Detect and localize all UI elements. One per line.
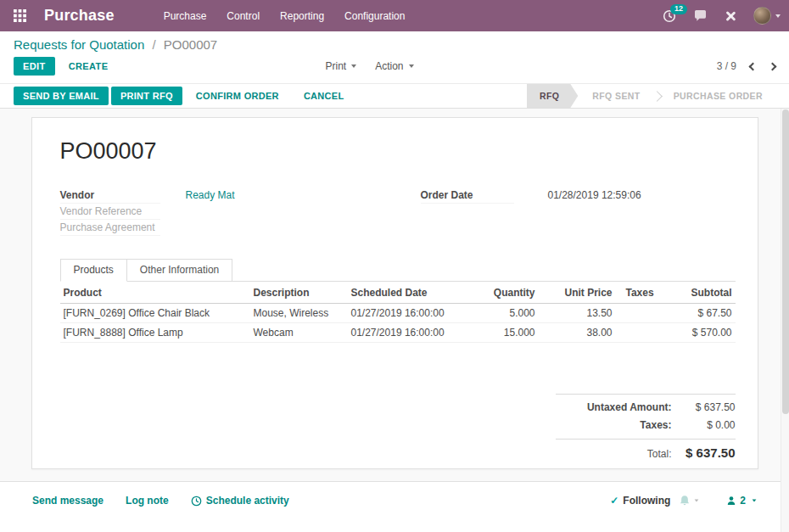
activities-clock-icon[interactable]: 12 bbox=[663, 9, 676, 23]
total-value: $ 637.50 bbox=[672, 445, 736, 460]
totals-block: Untaxed Amount: $ 637.50 Taxes: $ 0.00 T… bbox=[556, 394, 736, 460]
schedule-activity-button[interactable]: Schedule activity bbox=[191, 495, 289, 507]
messages-bubble-icon[interactable] bbox=[693, 9, 708, 23]
edit-button[interactable]: EDIT bbox=[14, 57, 55, 76]
cell-unit-price: 38.00 bbox=[539, 323, 616, 343]
followers-caret-icon bbox=[753, 499, 757, 501]
cancel-button[interactable]: CANCEL bbox=[293, 87, 355, 105]
print-caret-icon bbox=[351, 64, 356, 68]
activity-count-badge: 12 bbox=[670, 4, 687, 15]
cell-description: Webcam bbox=[250, 323, 348, 343]
untaxed-amount-row: Untaxed Amount: $ 637.50 bbox=[556, 401, 736, 413]
vendor-value-link[interactable]: Ready Mat bbox=[160, 188, 235, 203]
status-purchase-order[interactable]: PURCHASE ORDER bbox=[659, 84, 777, 108]
cell-scheduled-date: 01/27/2019 16:00:00 bbox=[348, 323, 468, 343]
taxes-row: Taxes: $ 0.00 bbox=[556, 419, 736, 431]
action-dropdown-label: Action bbox=[375, 60, 403, 72]
notebook-tabs: Products Other Information bbox=[60, 259, 736, 282]
statusbar: SEND BY EMAIL PRINT RFQ CONFIRM ORDER CA… bbox=[0, 84, 789, 109]
schedule-clock-icon bbox=[191, 496, 202, 507]
form-view: PO00007 Vendor Ready Mat Vendor Referenc… bbox=[0, 109, 789, 481]
app-brand[interactable]: Purchase bbox=[44, 7, 115, 25]
menu-control[interactable]: Control bbox=[216, 0, 270, 31]
pager-next-icon[interactable] bbox=[769, 62, 777, 70]
breadcrumb: Requests for Quotation / PO00007 bbox=[14, 37, 775, 52]
field-order-date: Order Date 01/28/2019 12:59:06 bbox=[398, 188, 736, 204]
pager-previous-icon[interactable] bbox=[749, 62, 758, 70]
pager: 3 / 9 bbox=[717, 60, 775, 72]
menu-reporting[interactable]: Reporting bbox=[270, 0, 334, 31]
following-toggle[interactable]: ✓ Following bbox=[610, 495, 670, 507]
purchase-agreement-label: Purchase Agreement bbox=[60, 220, 160, 236]
subscription-bell-dropdown[interactable] bbox=[679, 495, 699, 507]
breadcrumb-separator: / bbox=[152, 37, 155, 52]
cell-subtotal: $ 67.50 bbox=[675, 304, 736, 323]
cell-product: [FURN_0269] Office Chair Black bbox=[60, 304, 250, 323]
total-label: Total: bbox=[647, 448, 672, 460]
follower-count: 2 bbox=[740, 495, 746, 507]
status-pipeline: RFQ RFQ SENT PURCHASE ORDER bbox=[527, 84, 789, 108]
field-vendor-reference: Vendor Reference bbox=[60, 204, 398, 220]
cell-unit-price: 13.50 bbox=[539, 304, 616, 323]
cell-taxes bbox=[616, 304, 675, 323]
bell-caret-icon bbox=[695, 499, 699, 501]
user-menu[interactable] bbox=[753, 7, 781, 25]
pager-value: 3 / 9 bbox=[717, 60, 736, 72]
table-row[interactable]: [FURN_0269] Office Chair Black Mouse, Wi… bbox=[60, 304, 736, 323]
menu-purchase[interactable]: Purchase bbox=[154, 0, 217, 31]
cell-taxes bbox=[616, 323, 675, 343]
tab-other-information[interactable]: Other Information bbox=[127, 259, 232, 282]
breadcrumb-parent-link[interactable]: Requests for Quotation bbox=[14, 37, 144, 52]
header-subtotal: Subtotal bbox=[675, 282, 736, 304]
bell-icon bbox=[679, 495, 691, 507]
vendor-label: Vendor bbox=[60, 188, 160, 204]
cell-description: Mouse, Wireless bbox=[250, 304, 348, 323]
cell-quantity: 5.000 bbox=[468, 304, 539, 323]
top-navbar: Purchase Purchase Control Reporting Conf… bbox=[0, 0, 789, 31]
header-unit-price: Unit Price bbox=[539, 282, 616, 304]
tools-cross-icon[interactable] bbox=[725, 10, 736, 22]
purchase-agreement-value bbox=[160, 220, 186, 223]
schedule-activity-label: Schedule activity bbox=[206, 495, 289, 507]
send-message-button[interactable]: Send message bbox=[32, 495, 104, 507]
vendor-reference-label: Vendor Reference bbox=[60, 204, 160, 220]
send-by-email-button[interactable]: SEND BY EMAIL bbox=[14, 87, 109, 105]
untaxed-amount-label: Untaxed Amount: bbox=[587, 401, 672, 413]
vertical-scrollbar[interactable] bbox=[781, 109, 789, 532]
record-title: PO00007 bbox=[60, 137, 736, 165]
cell-scheduled-date: 01/27/2019 16:00:00 bbox=[348, 304, 468, 323]
cell-subtotal: $ 570.00 bbox=[675, 323, 736, 343]
print-dropdown-label: Print bbox=[325, 60, 346, 72]
cell-product: [FURN_8888] Office Lamp bbox=[60, 323, 250, 343]
status-rfq[interactable]: RFQ bbox=[527, 84, 578, 108]
untaxed-amount-value: $ 637.50 bbox=[672, 401, 736, 413]
create-button[interactable]: CREATE bbox=[69, 61, 109, 71]
table-row[interactable]: [FURN_8888] Office Lamp Webcam 01/27/201… bbox=[60, 323, 736, 343]
taxes-label: Taxes: bbox=[640, 419, 671, 431]
main-menu: Purchase Control Reporting Configuration bbox=[154, 0, 416, 31]
print-rfq-button[interactable]: PRINT RFQ bbox=[111, 87, 182, 105]
apps-grid-icon[interactable] bbox=[7, 3, 32, 29]
header-taxes: Taxes bbox=[616, 282, 675, 304]
field-vendor: Vendor Ready Mat bbox=[60, 188, 398, 204]
field-purchase-agreement: Purchase Agreement bbox=[60, 220, 398, 236]
order-date-label: Order Date bbox=[421, 188, 514, 204]
table-header-row: Product Description Scheduled Date Quant… bbox=[60, 282, 736, 304]
followers-dropdown[interactable]: 2 bbox=[726, 495, 757, 507]
confirm-order-button[interactable]: CONFIRM ORDER bbox=[185, 87, 290, 105]
form-sheet: PO00007 Vendor Ready Mat Vendor Referenc… bbox=[31, 117, 758, 469]
scrollbar-thumb[interactable] bbox=[782, 109, 789, 414]
control-panel: Requests for Quotation / PO00007 EDIT CR… bbox=[0, 31, 789, 84]
vendor-reference-value bbox=[160, 204, 186, 207]
log-note-button[interactable]: Log note bbox=[126, 495, 169, 507]
tab-products[interactable]: Products bbox=[60, 259, 127, 282]
user-menu-caret-icon bbox=[775, 14, 781, 18]
order-lines-table: Product Description Scheduled Date Quant… bbox=[60, 282, 736, 343]
print-dropdown[interactable]: Print bbox=[325, 60, 356, 72]
menu-configuration[interactable]: Configuration bbox=[334, 0, 415, 31]
header-product: Product bbox=[60, 282, 250, 304]
following-label: Following bbox=[623, 495, 670, 507]
breadcrumb-current: PO00007 bbox=[164, 37, 217, 52]
status-rfq-sent[interactable]: RFQ SENT bbox=[578, 84, 654, 108]
action-dropdown[interactable]: Action bbox=[375, 60, 413, 72]
